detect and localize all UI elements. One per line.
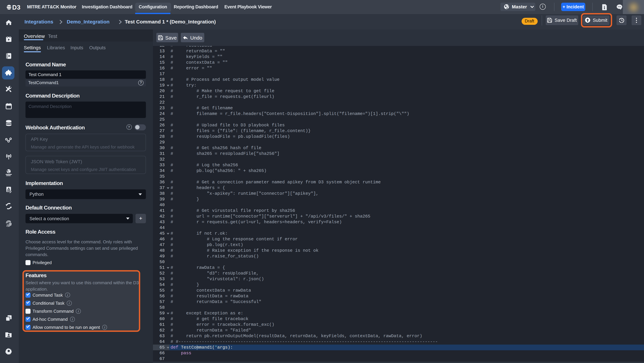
svg-text:D3: D3 [12,5,20,10]
